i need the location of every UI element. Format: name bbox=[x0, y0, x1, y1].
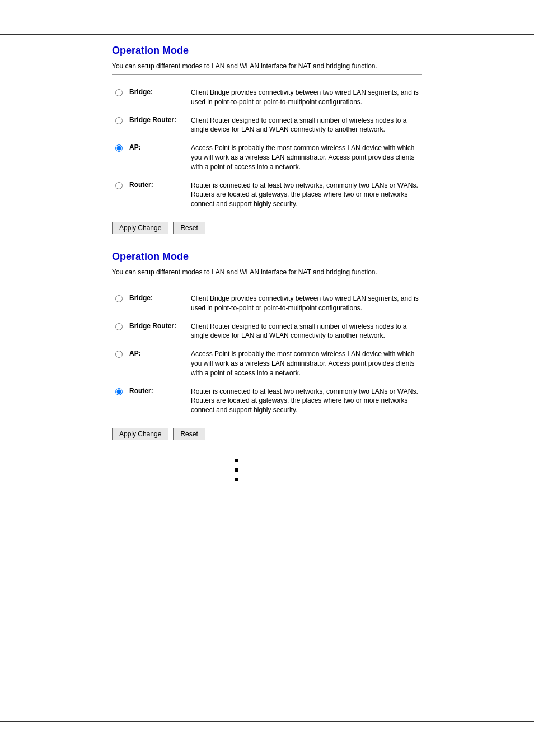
section1-title: Operation Mode bbox=[112, 45, 422, 57]
content-area: Operation Mode You can setup different m… bbox=[0, 0, 534, 530]
bridge-router1-label: Bridge Router: bbox=[126, 111, 188, 139]
ap1-radio-cell bbox=[112, 139, 126, 176]
bridge2-radio-cell bbox=[112, 290, 126, 318]
section2-options-table: Bridge: Client Bridge provides connectiv… bbox=[112, 290, 422, 419]
router1-radio-cell bbox=[112, 176, 126, 213]
section2-description: You can setup different modes to LAN and… bbox=[112, 268, 422, 281]
router2-radio-cell bbox=[112, 382, 126, 419]
section1-button-row: Apply Change Reset bbox=[112, 222, 422, 234]
bullet-icon bbox=[235, 478, 238, 481]
table-row: Router: Router is connected to at least … bbox=[112, 176, 422, 213]
table-row: AP: Access Point is probably the most co… bbox=[112, 345, 422, 382]
bridge-router2-radio-cell bbox=[112, 318, 126, 346]
bridge-router1-radio-cell bbox=[112, 111, 126, 139]
section2-button-row: Apply Change Reset bbox=[112, 428, 422, 440]
page-wrapper: Operation Mode You can setup different m… bbox=[0, 0, 534, 756]
table-row: Bridge: Client Bridge provides connectiv… bbox=[112, 290, 422, 318]
bridge-router1-desc: Client Router designed to connect a smal… bbox=[188, 111, 422, 139]
ap2-desc: Access Point is probably the most common… bbox=[188, 345, 422, 382]
ap2-radio[interactable] bbox=[115, 351, 123, 358]
bottom-border bbox=[0, 721, 534, 722]
bridge1-label: Bridge: bbox=[126, 83, 188, 111]
list-item bbox=[235, 466, 422, 472]
router1-label: Router: bbox=[126, 176, 188, 213]
router1-desc: Router is connected to at least two netw… bbox=[188, 176, 422, 213]
section1-options-table: Bridge: Client Bridge provides connectiv… bbox=[112, 83, 422, 213]
table-row: AP: Access Point is probably the most co… bbox=[112, 139, 422, 176]
ap1-label: AP: bbox=[126, 139, 188, 176]
router2-label: Router: bbox=[126, 382, 188, 419]
bridge-router2-radio[interactable] bbox=[115, 323, 123, 330]
bridge-router1-radio[interactable] bbox=[115, 117, 123, 124]
bridge1-desc: Client Bridge provides connectivity betw… bbox=[188, 83, 422, 111]
router2-radio[interactable] bbox=[115, 388, 123, 395]
table-row: Router: Router is connected to at least … bbox=[112, 382, 422, 419]
section1: Operation Mode You can setup different m… bbox=[112, 45, 422, 234]
bridge1-radio[interactable] bbox=[115, 89, 123, 96]
list-item bbox=[235, 457, 422, 462]
section2-title: Operation Mode bbox=[112, 251, 422, 263]
section1-apply-button[interactable]: Apply Change bbox=[112, 222, 168, 234]
bridge2-label: Bridge: bbox=[126, 290, 188, 318]
bridge2-desc: Client Bridge provides connectivity betw… bbox=[188, 290, 422, 318]
ap1-radio[interactable] bbox=[115, 144, 123, 152]
router2-desc: Router is connected to at least two netw… bbox=[188, 382, 422, 419]
ap2-radio-cell bbox=[112, 345, 126, 382]
bridge1-radio-cell bbox=[112, 83, 126, 111]
table-row: Bridge Router: Client Router designed to… bbox=[112, 111, 422, 139]
section2: Operation Mode You can setup different m… bbox=[112, 251, 422, 440]
bullet-list bbox=[112, 457, 422, 481]
list-item bbox=[235, 476, 422, 481]
bridge-router2-desc: Client Router designed to connect a smal… bbox=[188, 318, 422, 346]
ap1-desc: Access Point is probably the most common… bbox=[188, 139, 422, 176]
bullet-icon bbox=[235, 468, 238, 472]
table-row: Bridge: Client Bridge provides connectiv… bbox=[112, 83, 422, 111]
bridge2-radio[interactable] bbox=[115, 295, 123, 302]
table-row: Bridge Router: Client Router designed to… bbox=[112, 318, 422, 346]
router1-radio[interactable] bbox=[115, 182, 123, 189]
section1-reset-button[interactable]: Reset bbox=[173, 222, 205, 234]
bullet-icon bbox=[235, 459, 238, 462]
section1-description: You can setup different modes to LAN and… bbox=[112, 62, 422, 75]
section2-reset-button[interactable]: Reset bbox=[173, 428, 205, 440]
ap2-label: AP: bbox=[126, 345, 188, 382]
bridge-router2-label: Bridge Router: bbox=[126, 318, 188, 346]
section2-apply-button[interactable]: Apply Change bbox=[112, 428, 168, 440]
top-border bbox=[0, 34, 534, 35]
